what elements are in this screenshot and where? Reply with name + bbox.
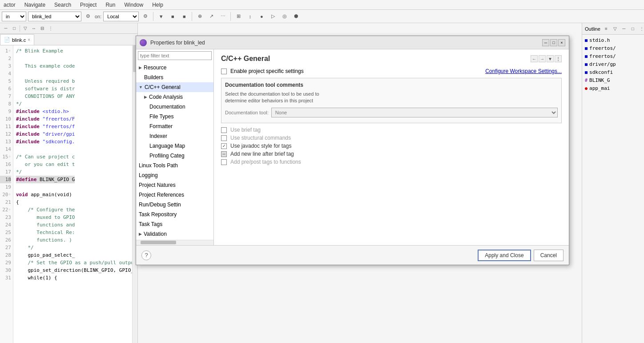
- outline-maximize[interactable]: □: [629, 25, 637, 33]
- config-settings-btn[interactable]: ⚙: [83, 12, 93, 21]
- toolbar-btn-4[interactable]: ⊕: [195, 12, 205, 21]
- dialog-minimize-btn[interactable]: ─: [542, 39, 549, 46]
- nav-hscroll[interactable]: [136, 240, 213, 245]
- nav-validation[interactable]: ▶ Validation: [136, 229, 213, 239]
- menu-search[interactable]: Search: [52, 1, 73, 9]
- nav-label-languagemap: Language Map: [149, 142, 185, 150]
- toolbar-btn-7[interactable]: ⊞: [233, 12, 243, 21]
- cancel-button[interactable]: Cancel: [534, 250, 564, 261]
- outline-item-freertos2[interactable]: ■ freertos/: [584, 52, 642, 61]
- label-javadoc: Use javadoc style for tags: [230, 143, 291, 149]
- filter-btn[interactable]: ▽: [21, 24, 29, 32]
- toolbar-btn-11[interactable]: ◎: [280, 12, 290, 21]
- nav-resource[interactable]: ▶ Resource: [136, 63, 213, 73]
- outline-item-driver[interactable]: ■ driver/gp: [584, 61, 642, 69]
- outline-filter-btn[interactable]: ▽: [611, 25, 619, 33]
- outline-item-freertos1[interactable]: ■ freertos/: [584, 44, 642, 52]
- outline-item-stdio[interactable]: ■ stdio.h: [584, 36, 642, 44]
- workspace-settings-link[interactable]: Configure Workspace Settings...: [485, 68, 562, 74]
- nav-rundebug[interactable]: Run/Debug Settin: [136, 200, 213, 210]
- dialog-titlebar: Properties for blink_led ─ □ ×: [136, 36, 569, 49]
- apply-close-button[interactable]: Apply and Close: [478, 250, 531, 261]
- nav-projectnatures[interactable]: Project Natures: [136, 180, 213, 190]
- nav-formatter[interactable]: Formatter: [136, 121, 213, 131]
- nav-indexer[interactable]: Indexer: [136, 131, 213, 141]
- nav-linuxtools[interactable]: Linux Tools Path: [136, 161, 213, 170]
- nav-label-rundebug: Run/Debug Settin: [139, 201, 181, 209]
- toolbar-btn-12[interactable]: ⬢: [291, 12, 301, 21]
- dialog-close-btn[interactable]: ×: [558, 39, 565, 46]
- menu-navigate[interactable]: Navigate: [23, 1, 47, 9]
- toolbar-btn-5[interactable]: ↗: [206, 12, 216, 21]
- cb-structural[interactable]: [221, 135, 227, 141]
- nav-builders[interactable]: Builders: [136, 73, 213, 82]
- option-prepost: Add pre/post tags to functions: [221, 159, 562, 165]
- code-content[interactable]: 1◦2345 678910 1112131415◦ 1617 18 1920◦2…: [0, 45, 137, 343]
- cb-newline[interactable]: ─: [221, 151, 227, 157]
- outline-label-stdio: stdio.h: [589, 37, 610, 44]
- build-settings-btn[interactable]: ⚙: [141, 12, 150, 21]
- menu-window[interactable]: Window: [122, 1, 145, 9]
- menu-help[interactable]: Help: [150, 1, 165, 9]
- outline-minimize[interactable]: ─: [620, 25, 628, 33]
- nav-hscroll-thumb[interactable]: [141, 241, 176, 244]
- project-combo[interactable]: in: [2, 12, 26, 21]
- help-button[interactable]: ?: [141, 250, 151, 260]
- menu-actor[interactable]: actor: [2, 1, 17, 9]
- config-combo[interactable]: blink_led: [28, 12, 81, 21]
- build-combo[interactable]: Local: [103, 12, 139, 21]
- nav-profiling[interactable]: Profiling Categ: [136, 151, 213, 161]
- nav-languagemap[interactable]: Language Map: [136, 141, 213, 151]
- code-editor[interactable]: /* Blink Example This example code Unles…: [13, 45, 132, 343]
- outline-sort-btn[interactable]: ≡: [602, 25, 610, 33]
- dialog-maximize-btn[interactable]: □: [550, 39, 557, 46]
- cb-prepost[interactable]: [221, 159, 227, 165]
- outline-item-sdk[interactable]: ■ sdkconfi: [584, 69, 642, 77]
- nav-tasktags[interactable]: Task Tags: [136, 219, 213, 229]
- nav-label-resource: Resource: [144, 64, 166, 72]
- nav-cppgeneral[interactable]: ▼ C/C++ General: [136, 82, 213, 92]
- toolbar-btn-2[interactable]: ■: [168, 12, 177, 21]
- editor-tabs: 📄 blink.c ×: [0, 34, 137, 45]
- enable-checkbox[interactable]: [221, 69, 227, 74]
- label-newline: Add new line after brief tag: [230, 151, 294, 157]
- nav-logging[interactable]: Logging: [136, 170, 213, 180]
- nav-down-btn[interactable]: ▼: [547, 55, 554, 62]
- outline-menu[interactable]: ⋮: [638, 25, 644, 33]
- nav-filter-input[interactable]: [138, 51, 212, 60]
- nav-filetypes[interactable]: File Types: [136, 112, 213, 121]
- nav-forward-btn[interactable]: →: [539, 55, 546, 62]
- nav-back-btn[interactable]: ←: [531, 55, 538, 62]
- dialog-win-buttons: ─ □ ×: [542, 39, 565, 46]
- menu-run[interactable]: Run: [104, 1, 117, 9]
- nav-codeanalysis[interactable]: ▶ Code Analysis: [136, 92, 213, 102]
- dialog-icon: [140, 39, 147, 46]
- toolbar-btn-10[interactable]: ▷: [268, 12, 278, 21]
- nav-taskrepository[interactable]: Task Repository: [136, 210, 213, 219]
- toolbar-btn-9[interactable]: ●: [257, 12, 266, 21]
- toolbar: in blink_led ⚙ on: Local ⚙ ▼ ■ ■ ⊕ ↗ ⋯ ⊞…: [0, 10, 644, 23]
- toolbar-btn-1[interactable]: ▼: [156, 12, 166, 21]
- sync-btn[interactable]: ↔: [30, 24, 38, 32]
- collapse-btn[interactable]: ⊟: [38, 24, 46, 32]
- maximize-btn[interactable]: □: [10, 24, 18, 32]
- outline-item-blink[interactable]: # BLINK_G: [584, 77, 642, 85]
- doc-tool-select[interactable]: None: [271, 108, 558, 117]
- menu-project[interactable]: Project: [78, 1, 98, 9]
- nav-more-btn[interactable]: ⋮: [555, 55, 562, 62]
- toolbar-btn-3[interactable]: ■: [179, 12, 189, 21]
- tab-name: blink.c: [12, 37, 26, 43]
- nav-tree[interactable]: ▶ Resource Builders ▼ C/C++ General ▶ Co…: [136, 62, 213, 240]
- cb-brief-tag[interactable]: [221, 127, 227, 133]
- tab-close-btn[interactable]: ×: [28, 37, 30, 42]
- minimize-btn[interactable]: ─: [2, 24, 10, 32]
- editor-tab-blink[interactable]: 📄 blink.c ×: [0, 34, 34, 45]
- cb-javadoc[interactable]: [221, 143, 227, 149]
- toolbar-btn-8[interactable]: ↕: [245, 12, 255, 21]
- nav-projectrefs[interactable]: Project References: [136, 190, 213, 200]
- toolbar-btn-6[interactable]: ⋯: [218, 12, 228, 21]
- content-nav-buttons: ← → ▼ ⋮: [531, 55, 562, 62]
- nav-documentation[interactable]: Documentation: [136, 102, 213, 112]
- outline-item-appmain[interactable]: ● app_mai: [584, 85, 642, 93]
- view-menu-btn[interactable]: ⋮: [47, 24, 55, 32]
